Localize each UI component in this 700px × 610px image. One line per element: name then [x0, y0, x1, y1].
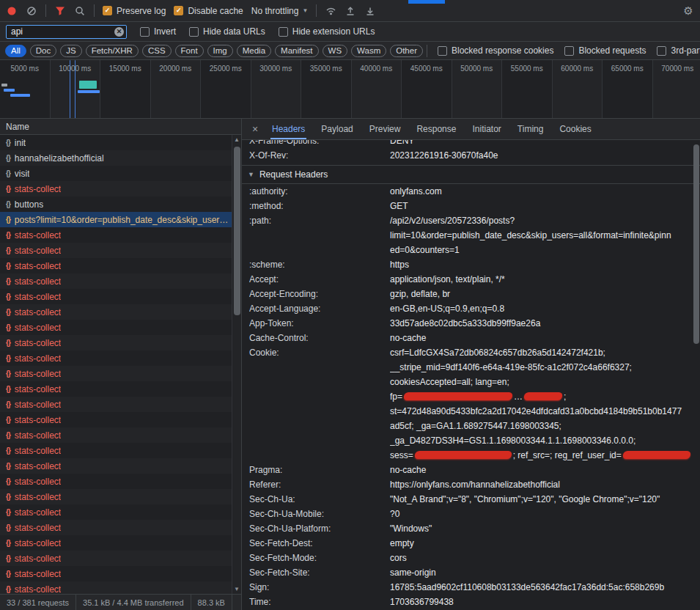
filter-chip-js[interactable]: JS — [60, 45, 81, 57]
tab-timing[interactable]: Timing — [509, 119, 552, 139]
request-name: posts?limit=10&order=publish_date_desc&s… — [15, 215, 229, 225]
header-value-line: csrf=LdfcGX4Sa72db06824c657db26a5d142472… — [390, 345, 700, 360]
request-detail-pane: × HeadersPayloadPreviewResponseInitiator… — [242, 119, 700, 610]
tab-initiator[interactable]: Initiator — [464, 119, 509, 139]
tab-response[interactable]: Response — [408, 119, 464, 139]
request-row[interactable]: {}stats-collect — [0, 504, 241, 520]
request-headers-section[interactable]: ▼Request Headers — [242, 166, 700, 184]
hide-extension-urls-checkbox[interactable]: Hide extension URLs — [279, 26, 375, 37]
filter-chip-font[interactable]: Font — [175, 45, 204, 57]
request-name: stats-collect — [15, 292, 61, 302]
detail-scrollbar[interactable] — [692, 140, 700, 610]
request-row[interactable]: {}stats-collect — [0, 566, 241, 581]
request-row[interactable]: {}stats-collect — [0, 412, 241, 427]
filter-chip-all[interactable]: All — [5, 45, 26, 57]
request-row[interactable]: {}visit — [0, 166, 241, 181]
request-row[interactable]: {}stats-collect — [0, 474, 241, 489]
request-row[interactable]: {}posts?limit=10&order=publish_date_desc… — [0, 212, 241, 227]
tab-cookies[interactable]: Cookies — [551, 119, 599, 139]
request-row[interactable]: {}stats-collect — [0, 397, 241, 412]
request-name: stats-collect — [15, 338, 61, 348]
request-row[interactable]: {}stats-collect — [0, 443, 241, 458]
request-row[interactable]: {}stats-collect — [0, 458, 241, 474]
filter-chip-wasm[interactable]: Wasm — [351, 45, 386, 57]
header-value: gzip, deflate, br — [390, 287, 700, 301]
filter-chip-other[interactable]: Other — [390, 45, 423, 57]
request-row[interactable]: {}stats-collect — [0, 551, 241, 566]
header-value: 33d57ade8c02dbc5a333db99ff9ae26a — [390, 316, 700, 331]
header-value: empty — [390, 536, 700, 551]
third-party-requests-checkbox[interactable]: 3rd-party requests — [657, 45, 700, 56]
request-row[interactable]: {}buttons — [0, 196, 241, 212]
header-value-line: ad5cf; _ga=GA1.1.689275447.1698003345; — [390, 419, 700, 433]
timeline-overview[interactable]: 5000 ms10000 ms15000 ms20000 ms25000 ms3… — [0, 60, 700, 119]
header-name: Pragma: — [249, 463, 390, 477]
filter-chip-manifest[interactable]: Manifest — [275, 45, 318, 57]
request-row[interactable]: {}stats-collect — [0, 258, 241, 273]
header-value-line: GET — [390, 199, 700, 213]
tab-payload[interactable]: Payload — [313, 119, 361, 139]
blocked-requests-checkbox[interactable]: Blocked requests — [564, 45, 646, 56]
request-row[interactable]: {}stats-collect — [0, 581, 241, 594]
scrollbar-thumb[interactable] — [693, 144, 699, 344]
filter-chip-img[interactable]: Img — [207, 45, 233, 57]
request-row[interactable]: {}stats-collect — [0, 273, 241, 289]
filter-chip-css[interactable]: CSS — [142, 45, 172, 57]
request-row[interactable]: {}stats-collect — [0, 304, 241, 320]
request-list-scrollbar[interactable]: ▲ ▼ — [232, 135, 241, 594]
resource-type-chips: AllDocJSFetch/XHRCSSFontImgMediaManifest… — [5, 45, 423, 57]
name-column-header[interactable]: Name — [0, 119, 241, 135]
request-row[interactable]: {}stats-collect — [0, 489, 241, 504]
import-har-icon[interactable] — [345, 5, 356, 17]
request-row[interactable]: {}stats-collect — [0, 335, 241, 350]
fetch-xhr-icon: {} — [6, 462, 10, 470]
clear-filter-icon[interactable]: ✕ — [114, 27, 124, 37]
request-row[interactable]: {}hannahelizabethofficial — [0, 150, 241, 166]
disable-cache-checkbox[interactable]: ✓ Disable cache — [174, 6, 243, 16]
clear-button[interactable] — [26, 5, 37, 17]
checkbox-checked-icon: ✓ — [103, 6, 112, 15]
blocked-response-cookies-checkbox[interactable]: Blocked response cookies — [438, 45, 553, 56]
request-row[interactable]: {}stats-collect — [0, 427, 241, 443]
request-row[interactable]: {}stats-collect — [0, 350, 241, 366]
filter-chip-ws[interactable]: WS — [323, 45, 348, 57]
request-row[interactable]: {}init — [0, 135, 241, 150]
filter-chip-media[interactable]: Media — [237, 45, 271, 57]
request-row[interactable]: {}stats-collect — [0, 243, 241, 258]
network-conditions-icon[interactable] — [325, 5, 336, 17]
header-row: Accept-Encoding:gzip, deflate, br — [242, 287, 700, 301]
headers-panel: X-Frame-Options: DENY X-Of-Rev:202312261… — [242, 140, 700, 610]
record-button[interactable] — [6, 5, 18, 17]
header-name: Cookie: — [249, 345, 390, 463]
tab-headers[interactable]: Headers — [264, 119, 313, 139]
hide-data-urls-checkbox[interactable]: Hide data URLs — [189, 26, 265, 37]
header-row: :scheme:https — [242, 257, 700, 272]
request-name: stats-collect — [15, 323, 61, 333]
search-icon[interactable] — [74, 5, 86, 17]
scrollbar-thumb[interactable] — [234, 147, 240, 315]
header-value: GET — [390, 199, 700, 213]
export-har-icon[interactable] — [364, 5, 376, 17]
filter-chip-fetch-xhr[interactable]: Fetch/XHR — [86, 45, 139, 57]
request-row[interactable]: {}stats-collect — [0, 535, 241, 551]
request-row[interactable]: {}stats-collect — [0, 227, 241, 243]
request-row[interactable]: {}stats-collect — [0, 181, 241, 196]
scroll-down-icon[interactable]: ▼ — [232, 584, 241, 594]
preserve-log-checkbox[interactable]: ✓ Preserve log — [103, 6, 166, 16]
request-row[interactable]: {}stats-collect — [0, 520, 241, 535]
request-row[interactable]: {}stats-collect — [0, 289, 241, 304]
filter-icon[interactable] — [54, 5, 66, 17]
settings-gear-icon[interactable]: ⚙ — [682, 5, 694, 17]
invert-checkbox[interactable]: Invert — [140, 26, 176, 37]
fetch-xhr-icon: {} — [6, 339, 10, 347]
header-name: Sec-Ch-Ua-Mobile: — [249, 507, 390, 521]
filter-chip-doc[interactable]: Doc — [30, 45, 56, 57]
request-row[interactable]: {}stats-collect — [0, 320, 241, 335]
close-detail-icon[interactable]: × — [246, 123, 264, 135]
scroll-up-icon[interactable]: ▲ — [232, 135, 241, 144]
request-row[interactable]: {}stats-collect — [0, 381, 241, 397]
request-row[interactable]: {}stats-collect — [0, 366, 241, 381]
filter-input[interactable] — [7, 26, 126, 37]
tab-preview[interactable]: Preview — [361, 119, 409, 139]
throttling-dropdown[interactable]: No throttling ▼ — [251, 6, 309, 16]
